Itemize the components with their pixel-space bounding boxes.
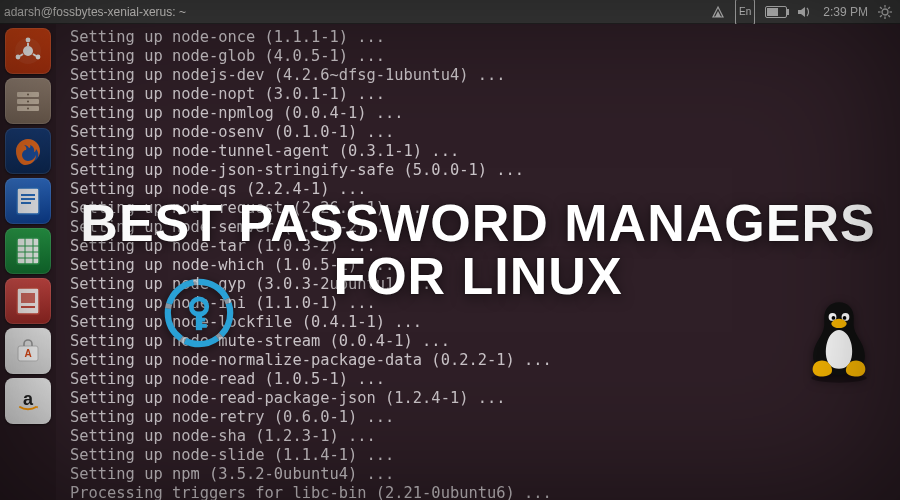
svg-point-11 xyxy=(26,38,31,43)
launcher-ubuntu-dash-icon[interactable] xyxy=(5,28,51,74)
language-indicator[interactable]: En xyxy=(735,0,755,25)
launcher-amazon-icon[interactable]: a xyxy=(5,378,51,424)
launcher-libreoffice-calc-icon[interactable] xyxy=(5,228,51,274)
desktop-root: adarsh@fossbytes-xenial-xerus: ~ En 2:39… xyxy=(0,0,900,500)
svg-rect-24 xyxy=(21,198,35,200)
svg-rect-39 xyxy=(196,324,207,328)
svg-rect-23 xyxy=(21,194,35,196)
svg-point-17 xyxy=(27,94,29,96)
launcher: Aa xyxy=(0,24,56,500)
launcher-firefox-icon[interactable] xyxy=(5,128,51,174)
svg-line-8 xyxy=(880,15,882,17)
menubar: adarsh@fossbytes-xenial-xerus: ~ En 2:39… xyxy=(0,0,900,24)
svg-line-7 xyxy=(888,7,890,9)
launcher-libreoffice-writer-icon[interactable] xyxy=(5,178,51,224)
svg-text:a: a xyxy=(23,389,34,409)
svg-point-19 xyxy=(27,108,29,110)
gear-icon[interactable] xyxy=(878,0,892,24)
svg-line-6 xyxy=(888,15,890,17)
network-icon[interactable] xyxy=(711,0,725,24)
svg-point-0 xyxy=(882,9,888,15)
svg-text:A: A xyxy=(24,348,31,359)
svg-rect-40 xyxy=(196,318,205,322)
svg-point-10 xyxy=(23,46,33,56)
svg-rect-31 xyxy=(21,306,35,308)
svg-rect-26 xyxy=(17,238,39,264)
clock[interactable]: 2:39 PM xyxy=(823,0,868,24)
tux-icon xyxy=(802,298,876,384)
svg-point-44 xyxy=(832,316,836,320)
launcher-software-center-icon[interactable]: A xyxy=(5,328,51,374)
svg-rect-21 xyxy=(17,188,39,214)
svg-point-18 xyxy=(27,101,29,103)
svg-point-45 xyxy=(843,316,847,320)
launcher-libreoffice-impress-icon[interactable] xyxy=(5,278,51,324)
svg-rect-25 xyxy=(21,202,31,204)
window-title: adarsh@fossbytes-xenial-xerus: ~ xyxy=(4,5,186,19)
svg-rect-30 xyxy=(21,293,35,303)
volume-icon[interactable] xyxy=(797,0,813,24)
svg-line-5 xyxy=(880,7,882,9)
terminal[interactable]: Setting up node-once (1.1.1-1) ... Setti… xyxy=(56,24,900,500)
password-manager-icon xyxy=(160,274,238,352)
launcher-files-icon[interactable] xyxy=(5,78,51,124)
battery-icon[interactable] xyxy=(765,0,787,24)
